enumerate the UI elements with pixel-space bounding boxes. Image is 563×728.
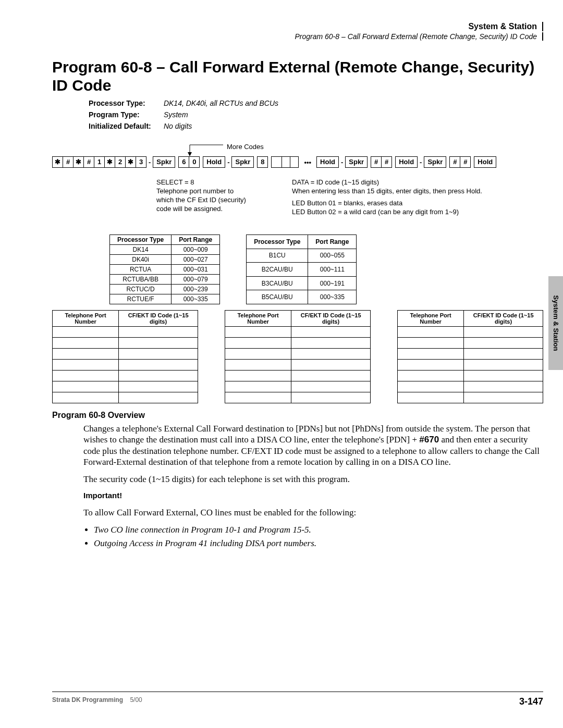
record-table: Telephone Port Number CF/EKT ID Code (1~… <box>225 310 371 403</box>
table-row: DK40i000~027 <box>110 255 220 265</box>
select-note: SELECT = 8 <box>156 178 292 186</box>
separator: - <box>146 158 153 166</box>
table-row: RCTUC/D000~239 <box>110 285 220 294</box>
table-row <box>225 381 371 392</box>
processor-tables: Processor Type Port Range DK14000~009 DK… <box>109 235 357 304</box>
processor-type-label: Processor Type: <box>89 99 162 107</box>
col-tel-port: Telephone Port Number <box>53 311 119 327</box>
telport-note-2: which the CF Ext ID (security) <box>156 196 292 204</box>
key-star: ✱ <box>74 156 84 168</box>
table-row: RCTUBA/BB000~079 <box>110 275 220 285</box>
key-star: ✱ <box>52 156 63 168</box>
col-cfekt-id: CF/EKT ID Code (1~15 digits) <box>119 311 198 327</box>
page-footer: Strata DK Programming 5/00 3-147 <box>52 692 543 707</box>
col-cfekt-id: CF/EKT ID Code (1~15 digits) <box>291 311 371 327</box>
table-row: B3CAU/BU000~191 <box>247 276 357 290</box>
table-row: B5CAU/BU000~335 <box>247 290 357 304</box>
svg-marker-2 <box>188 152 192 156</box>
list-item: Outgoing Access in Program 41 including … <box>94 538 543 549</box>
key-hold: Hold <box>203 156 225 168</box>
key-spkr: Spkr <box>153 156 175 168</box>
init-default-value: No digits <box>164 122 192 130</box>
table-row <box>225 371 371 381</box>
key-0: 0 <box>189 156 200 168</box>
table-row <box>225 338 371 349</box>
col-cfekt-id: CF/EKT ID Code (1~15 digits) <box>464 311 543 327</box>
key-hash: # <box>449 156 460 168</box>
record-table: Telephone Port Number CF/EKT ID Code (1~… <box>52 310 198 403</box>
page-title: Program 60-8 – Call Forward External (Re… <box>52 58 543 94</box>
footer-date: 5/00 <box>130 696 142 704</box>
record-table: Telephone Port Number CF/EKT ID Code (1~… <box>397 310 543 403</box>
table-row <box>398 327 543 338</box>
table-row <box>398 392 543 403</box>
key-blank <box>282 156 290 168</box>
data-note-1: DATA = ID code (1~15 digits) <box>292 178 490 186</box>
table-row <box>398 349 543 360</box>
key-spkr: Spkr <box>424 156 446 168</box>
key-hold: Hold <box>474 156 496 168</box>
col-port-range: Port Range <box>172 235 220 245</box>
table-row <box>53 392 198 403</box>
table-row: B2CAU/BU000~111 <box>247 263 357 277</box>
table-row: RCTUA000~031 <box>110 265 220 275</box>
side-tab-label: System & Station <box>552 295 560 351</box>
col-processor-type: Processor Type <box>110 235 172 245</box>
overview-p1: Changes a telephone's External Call Forw… <box>83 423 543 467</box>
running-header: System & Station Program 60-8 – Call For… <box>295 22 543 41</box>
key-star: ✱ <box>126 156 136 168</box>
processor-type-value: DK14, DK40i, all RCTUs and BCUs <box>164 99 278 107</box>
table-row <box>398 360 543 371</box>
footer-book: Strata DK Programming <box>52 696 123 704</box>
key-hold: Hold <box>395 156 418 168</box>
led01-note: LED Button 01 = blanks, erases data <box>292 199 490 207</box>
key-blank <box>271 156 282 168</box>
key-spkr: Spkr <box>231 156 254 168</box>
table-row <box>225 392 371 403</box>
more-codes-label: More Codes <box>227 143 264 151</box>
key-star: ✱ <box>105 156 115 168</box>
separator: - <box>225 158 231 166</box>
key-8: 8 <box>257 156 268 168</box>
program-type-value: System <box>164 110 188 119</box>
separator: - <box>339 158 345 166</box>
meta-block: Processor Type: DK14, DK40i, all RCTUs a… <box>89 99 278 133</box>
key-hash: # <box>460 156 471 168</box>
overview-bullets: Two CO line connection in Program 10-1 a… <box>94 524 543 549</box>
more-codes-arrow-icon <box>187 143 223 154</box>
table-row: RCTUE/F000~335 <box>110 294 220 304</box>
table-row <box>53 327 198 338</box>
table-row <box>53 381 198 392</box>
important-label: Important! <box>83 491 543 501</box>
table-row <box>398 381 543 392</box>
table-row <box>53 338 198 349</box>
header-subtitle: Program 60-8 – Call Forward External (Re… <box>295 32 543 41</box>
overview-p2: The security code (1~15 digits) for each… <box>83 474 543 485</box>
overview-heading: Program 60-8 Overview <box>52 411 543 420</box>
key-2: 2 <box>115 156 126 168</box>
processor-table-left: Processor Type Port Range DK14000~009 DK… <box>109 235 220 304</box>
overview-p3: To allow Call Forward External, CO lines… <box>83 507 543 518</box>
table-row: B1CU000~055 <box>247 249 357 263</box>
data-note-2: When entering less than 15 digits, enter… <box>292 187 490 195</box>
key-hash: # <box>84 156 94 168</box>
key-1: 1 <box>94 156 105 168</box>
key-spkr: Spkr <box>345 156 368 168</box>
overview-section: Program 60-8 Overview Changes a telephon… <box>52 411 543 551</box>
telport-note-1: Telephone port number to <box>156 187 292 195</box>
side-tab: System & Station <box>548 276 563 370</box>
page-number: 3-147 <box>519 696 543 707</box>
table-row <box>225 360 371 371</box>
key-6: 6 <box>178 156 189 168</box>
key-sequence: More Codes ✱ # ✱ # 1 ✱ 2 ✱ 3 - Spkr 6 0 … <box>52 156 543 168</box>
record-tables: Telephone Port Number CF/EKT ID Code (1~… <box>52 310 543 403</box>
header-section: System & Station <box>468 22 543 31</box>
key-hash: # <box>382 156 392 168</box>
table-row <box>225 349 371 360</box>
key-blank <box>290 156 299 168</box>
table-row: DK14000~009 <box>110 245 220 255</box>
col-processor-type: Processor Type <box>247 235 308 249</box>
col-port-range: Port Range <box>308 235 357 249</box>
init-default-label: Initialized Default: <box>89 122 162 130</box>
hash670-code: #670 <box>419 435 439 445</box>
